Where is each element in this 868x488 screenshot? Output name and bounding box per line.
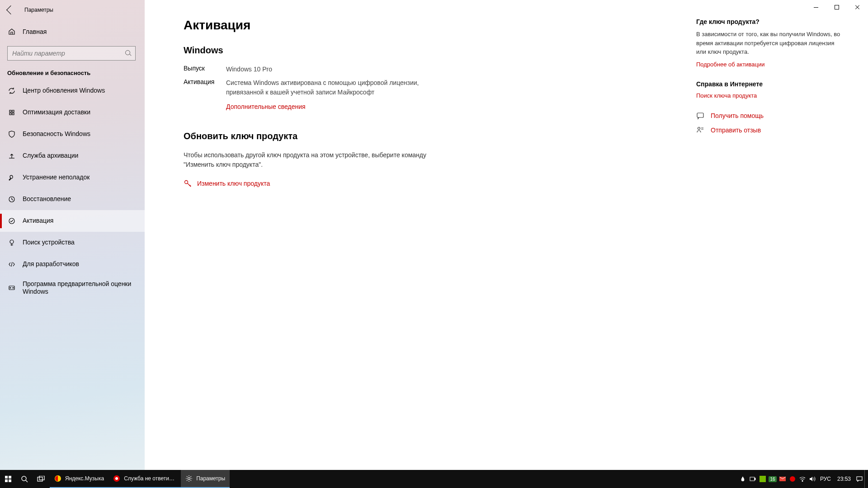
edition-value: Windows 10 Pro [226,65,272,74]
rp-link-activation-details[interactable]: Подробнее об активации [696,61,841,68]
svg-point-8 [10,287,11,288]
minimize-button[interactable] [806,0,826,14]
show-desktop-button[interactable] [864,470,867,488]
activation-row: Активация Система Windows активирована с… [184,78,506,97]
svg-rect-15 [5,479,8,482]
svg-rect-0 [9,110,11,112]
svg-point-22 [115,477,118,480]
search-icon [125,50,132,56]
tray-volume-icon[interactable] [807,470,817,488]
feedback-icon [696,126,704,134]
sidebar-item-backup[interactable]: Служба архивации [0,145,145,167]
sidebar-item-troubleshoot[interactable]: Устранение неполадок [0,167,145,188]
svg-point-12 [698,127,700,129]
tray-badge-value: 16 [769,476,776,482]
key-icon [184,179,192,188]
sidebar-item-label: Восстановление [23,195,71,203]
svg-point-27 [790,476,795,482]
taskbar: Яндекс.Музыка Служба не ответила ... Пар… [0,470,868,488]
backup-icon [8,152,15,160]
settings-window: Параметры Главная Обновление и безопасно… [0,0,868,488]
more-info-link[interactable]: Дополнительные сведения [226,103,306,110]
tray-gmail-icon[interactable] [778,470,788,488]
svg-rect-19 [39,476,44,480]
search-input[interactable] [11,49,125,57]
tray-language[interactable]: РУС [817,476,834,482]
taskbar-search-button[interactable] [16,470,33,488]
svg-rect-24 [750,477,755,481]
taskbar-app-label: Параметры [196,475,225,482]
sidebar-item-windows-update[interactable]: Центр обновления Windows [0,80,145,102]
delivery-icon [8,109,15,116]
taskbar-app-label: Служба не ответила ... [124,475,176,482]
window-controls [806,0,868,14]
task-view-button[interactable] [33,470,50,488]
wrench-icon [8,174,15,181]
start-button[interactable] [0,470,16,488]
svg-rect-2 [9,113,11,115]
activation-label: Активация [184,78,226,97]
svg-rect-25 [755,478,755,480]
sidebar-item-activation[interactable]: Активация [0,210,145,232]
taskbar-app-settings[interactable]: Параметры [181,470,230,488]
maximize-button[interactable] [826,0,847,14]
sidebar: Параметры Главная Обновление и безопасно… [0,0,145,488]
svg-point-10 [185,180,188,183]
sidebar-item-find-my-device[interactable]: Поиск устройства [0,232,145,253]
recovery-icon [8,196,15,203]
main-area: Активация Windows Выпуск Windows 10 Pro … [145,0,868,488]
sidebar-item-label: Программа предварительной оценки Windows [23,280,136,296]
feedback-button[interactable]: Отправить отзыв [696,126,841,134]
sync-icon [8,87,15,94]
tray-battery-icon[interactable] [748,470,758,488]
system-tray: 16 РУС 23:53 [738,470,868,488]
get-help-button[interactable]: Получить помощь [696,112,841,120]
close-button[interactable] [847,0,868,14]
sidebar-item-label: Центр обновления Windows [23,87,105,95]
sidebar-item-delivery-optimization[interactable]: Оптимизация доставки [0,102,145,123]
tray-clock[interactable]: 23:53 [834,476,854,482]
location-icon [8,239,15,246]
tray-badge-icon[interactable]: 16 [768,470,778,488]
svg-point-28 [802,481,803,482]
svg-rect-29 [857,477,862,480]
search-box[interactable] [7,46,136,61]
taskbar-app-yandex-music[interactable]: Яндекс.Музыка [50,470,108,488]
home-button[interactable]: Главная [0,23,145,41]
svg-rect-26 [760,476,766,482]
minimize-icon [814,7,818,8]
svg-rect-18 [38,477,42,481]
svg-point-6 [10,240,14,244]
svg-rect-13 [5,476,8,479]
taskbar-app-browser[interactable]: Служба не ответила ... [108,470,181,488]
window-title: Параметры [24,7,53,13]
sidebar-item-label: Безопасность Windows [23,130,90,138]
sidebar-item-recovery[interactable]: Восстановление [0,188,145,210]
tray-notifications-icon[interactable] [854,470,864,488]
svg-rect-16 [9,479,11,482]
tray-yandex-icon[interactable] [788,470,797,488]
yandex-browser-icon [113,475,120,482]
svg-point-17 [22,476,26,481]
tray-nvidia-icon[interactable] [758,470,768,488]
shield-icon [8,131,15,138]
sidebar-item-developers[interactable]: Для разработчиков [0,253,145,275]
activation-value: Система Windows активирована с помощью ц… [226,78,434,97]
right-pane: Где ключ продукта? В зависимости от того… [678,0,868,488]
sidebar-item-insider-program[interactable]: Программа предварительной оценки Windows [0,275,145,300]
svg-point-23 [188,478,190,480]
sidebar-item-label: Служба архивации [23,152,78,160]
insider-icon [8,284,15,291]
rp-link-find-key[interactable]: Поиск ключа продукта [696,92,841,99]
change-key-label: Изменить ключ продукта [197,180,270,187]
close-icon [855,5,860,10]
svg-rect-1 [12,110,14,112]
back-button[interactable] [0,0,20,20]
change-key-button[interactable]: Изменить ключ продукта [184,179,506,188]
tray-wifi-icon[interactable] [797,470,807,488]
sidebar-item-label: Поиск устройства [23,239,75,247]
tray-icon-1[interactable] [738,470,748,488]
svg-rect-14 [9,476,11,479]
sidebar-item-windows-security[interactable]: Безопасность Windows [0,123,145,145]
page-title: Активация [145,18,678,33]
